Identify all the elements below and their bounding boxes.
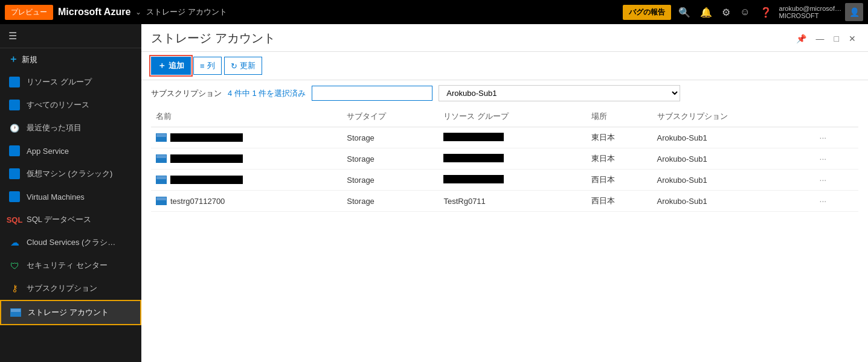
main-layout: ☰ ＋ 新規 リソース グループ すべてのリソース 🕐 最近使った項目 xyxy=(0,24,868,362)
cell-subtype: Storage xyxy=(342,148,439,170)
sidebar-label-app-service: App Service xyxy=(27,147,69,156)
columns-button[interactable]: ≡ 列 xyxy=(193,57,222,75)
cell-subtype: Storage xyxy=(342,191,439,212)
filter-input[interactable] xyxy=(312,86,432,101)
content-header: ストレージ アカウント 📌 — □ ✕ xyxy=(141,24,868,52)
cell-name-value xyxy=(170,154,243,163)
add-label: 追加 xyxy=(169,60,184,71)
user-name: arokubo@microsof… xyxy=(779,5,841,12)
sidebar-label-resource-group: リソース グループ xyxy=(27,77,92,87)
table-row[interactable]: testrg07112700StorageTestRg0711西日本Arokub… xyxy=(151,191,858,212)
search-icon[interactable]: 🔍 xyxy=(676,7,693,18)
user-org: MICROSOFT xyxy=(779,12,841,19)
cell-resource-group xyxy=(439,170,586,191)
page-title: ストレージ アカウント xyxy=(151,30,275,46)
storage-row-icon xyxy=(156,154,167,163)
filter-count[interactable]: 4 件中 1 件を選択済み xyxy=(228,88,306,99)
smiley-icon[interactable]: ☺ xyxy=(738,7,752,17)
columns-label: 列 xyxy=(207,60,215,71)
azure-logo: Microsoft Azure xyxy=(58,7,130,17)
title-breadcrumb: ストレージ アカウント xyxy=(146,7,227,17)
cell-actions[interactable]: ··· xyxy=(811,148,858,170)
subscription-select[interactable]: Arokubo-Sub1 xyxy=(439,85,680,101)
new-button[interactable]: ＋ 新規 xyxy=(0,48,141,71)
refresh-label: 更新 xyxy=(240,60,256,71)
hamburger-menu[interactable]: ☰ xyxy=(8,30,17,42)
recent-icon: 🕐 xyxy=(8,122,21,134)
resource-group-icon xyxy=(8,76,21,88)
table-row[interactable]: Storage東日本Arokubo-Sub1··· xyxy=(151,127,858,148)
sidebar: ☰ ＋ 新規 リソース グループ すべてのリソース 🕐 最近使った項目 xyxy=(0,24,141,362)
more-options-button[interactable]: ··· xyxy=(816,195,831,207)
storage-row-icon xyxy=(156,176,167,184)
table-row[interactable]: Storage西日本Arokubo-Sub1··· xyxy=(151,170,858,191)
cell-name-value xyxy=(170,133,243,142)
bug-report-button[interactable]: バグの報告 xyxy=(623,5,671,20)
cell-name xyxy=(151,127,342,148)
cell-name-value: testrg07112700 xyxy=(170,197,225,206)
app-service-icon xyxy=(8,145,21,157)
close-icon[interactable]: ✕ xyxy=(846,33,858,45)
sidebar-item-security-center[interactable]: 🛡 セキュリティ センター xyxy=(0,254,141,277)
avatar[interactable]: 👤 xyxy=(845,3,863,21)
sidebar-item-storage-accounts[interactable]: ストレージ アカウント xyxy=(0,300,141,325)
storage-row-icon xyxy=(156,197,167,205)
cell-resource-group: TestRg0711 xyxy=(439,191,586,212)
toolbar: ＋ 追加 ≡ 列 ↻ 更新 xyxy=(141,52,868,80)
filter-label: サブスクリプション xyxy=(151,88,222,99)
sidebar-label-virtual-machines: Virtual Machines xyxy=(27,192,85,202)
sidebar-label-subscriptions: サブスクリプション xyxy=(27,283,97,294)
cell-subscription: Arokubo-Sub1 xyxy=(652,191,811,212)
sidebar-item-sql-db[interactable]: SQL SQL データベース xyxy=(0,208,141,231)
sidebar-label-security-center: セキュリティ センター xyxy=(27,260,108,271)
sidebar-item-app-service[interactable]: App Service xyxy=(0,139,141,162)
help-icon[interactable]: ❓ xyxy=(757,7,774,18)
window-controls: 📌 — □ ✕ xyxy=(794,33,858,45)
storage-table: 名前 サブタイプ リソース グループ 場所 サブスクリプション Storage東… xyxy=(151,106,858,212)
cell-subtype: Storage xyxy=(342,170,439,191)
sidebar-label-recent: 最近使った項目 xyxy=(27,122,82,133)
more-options-button[interactable]: ··· xyxy=(816,153,831,165)
cell-actions[interactable]: ··· xyxy=(811,170,858,191)
sidebar-item-recent[interactable]: 🕐 最近使った項目 xyxy=(0,116,141,139)
notification-icon[interactable]: 🔔 xyxy=(698,7,715,18)
refresh-button[interactable]: ↻ 更新 xyxy=(224,57,262,75)
sidebar-item-virtual-machines[interactable]: Virtual Machines xyxy=(0,185,141,208)
sidebar-item-resource-group[interactable]: リソース グループ xyxy=(0,71,141,94)
add-button[interactable]: ＋ 追加 xyxy=(151,57,191,75)
cell-actions[interactable]: ··· xyxy=(811,191,858,212)
columns-icon: ≡ xyxy=(200,62,205,71)
user-info: arokubo@microsof… MICROSOFT 👤 xyxy=(779,3,863,21)
table-header-row: 名前 サブタイプ リソース グループ 場所 サブスクリプション xyxy=(151,106,858,127)
sidebar-item-subscriptions[interactable]: ⚷ サブスクリプション xyxy=(0,277,141,300)
col-header-rg: リソース グループ xyxy=(439,106,586,127)
filter-row: サブスクリプション 4 件中 1 件を選択済み Arokubo-Sub1 xyxy=(141,80,868,106)
cloud-services-icon: ☁ xyxy=(8,237,21,249)
sidebar-item-vm-classic[interactable]: 仮想マシン (クラシック) xyxy=(0,162,141,185)
pin-icon[interactable]: 📌 xyxy=(794,33,809,45)
sidebar-item-cloud-services[interactable]: ☁ Cloud Services (クラシ… xyxy=(0,231,141,254)
more-options-button[interactable]: ··· xyxy=(816,174,831,186)
sidebar-item-all-resources[interactable]: すべてのリソース xyxy=(0,94,141,116)
cell-location: 西日本 xyxy=(587,191,652,212)
security-center-icon: 🛡 xyxy=(8,259,21,272)
add-plus-icon: ＋ xyxy=(158,60,166,71)
sidebar-label-vm-classic: 仮想マシン (クラシック) xyxy=(27,168,112,179)
cell-actions[interactable]: ··· xyxy=(811,127,858,148)
col-header-subtype: サブタイプ xyxy=(342,106,439,127)
plus-icon: ＋ xyxy=(8,53,18,66)
more-options-button[interactable]: ··· xyxy=(816,132,831,144)
sql-icon: SQL xyxy=(8,214,21,226)
azure-menu-chevron[interactable]: ⌄ xyxy=(135,8,141,16)
cell-subtype: Storage xyxy=(342,127,439,148)
minimize-icon[interactable]: — xyxy=(814,33,827,45)
virtual-machines-icon xyxy=(8,191,21,203)
refresh-icon: ↻ xyxy=(231,62,237,71)
cell-subscription: Arokubo-Sub1 xyxy=(652,170,811,191)
table-row[interactable]: Storage東日本Arokubo-Sub1··· xyxy=(151,148,858,170)
preview-button[interactable]: プレビュー xyxy=(5,5,53,20)
cell-subscription: Arokubo-Sub1 xyxy=(652,127,811,148)
maximize-icon[interactable]: □ xyxy=(832,33,841,45)
table-container: 名前 サブタイプ リソース グループ 場所 サブスクリプション Storage東… xyxy=(141,106,868,362)
settings-icon[interactable]: ⚙ xyxy=(719,7,733,18)
